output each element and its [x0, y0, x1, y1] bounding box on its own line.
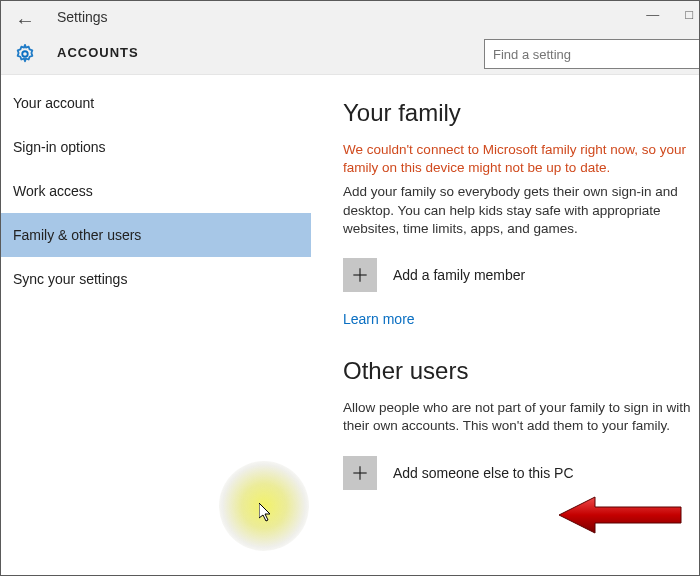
- sidebar-item-signin-options[interactable]: Sign-in options: [1, 125, 311, 169]
- sidebar-item-family-other-users[interactable]: Family & other users: [1, 213, 311, 257]
- family-description: Add your family so everybody gets their …: [343, 183, 699, 238]
- back-button[interactable]: ←: [15, 9, 35, 32]
- settings-window: ← Settings — □ ACCOUNTS Your account Sig…: [0, 0, 700, 576]
- window-controls: — □: [646, 7, 693, 22]
- page-category: ACCOUNTS: [57, 45, 139, 60]
- add-family-member-button[interactable]: Add a family member: [343, 258, 699, 292]
- plus-icon: [343, 456, 377, 490]
- sidebar-item-sync-settings[interactable]: Sync your settings: [1, 257, 311, 301]
- sidebar-item-work-access[interactable]: Work access: [1, 169, 311, 213]
- add-other-user-label: Add someone else to this PC: [393, 465, 574, 481]
- family-error-text: We couldn't connect to Microsoft family …: [343, 141, 699, 177]
- sidebar-item-your-account[interactable]: Your account: [1, 81, 311, 125]
- other-users-heading: Other users: [343, 357, 699, 385]
- sidebar: Your account Sign-in options Work access…: [1, 75, 311, 575]
- add-other-user-button[interactable]: Add someone else to this PC: [343, 456, 699, 490]
- minimize-button[interactable]: —: [646, 7, 659, 22]
- add-family-member-label: Add a family member: [393, 267, 525, 283]
- search-input[interactable]: [484, 39, 699, 69]
- main-pane: Your family We couldn't connect to Micro…: [311, 75, 699, 575]
- svg-point-0: [22, 51, 28, 57]
- maximize-button[interactable]: □: [685, 7, 693, 22]
- content-area: Your account Sign-in options Work access…: [1, 75, 699, 575]
- gear-icon: [14, 43, 36, 69]
- window-header: ← Settings — □ ACCOUNTS: [1, 1, 699, 75]
- window-title: Settings: [57, 9, 108, 25]
- plus-icon: [343, 258, 377, 292]
- other-users-description: Allow people who are not part of your fa…: [343, 399, 699, 435]
- family-heading: Your family: [343, 99, 699, 127]
- learn-more-link[interactable]: Learn more: [343, 311, 415, 327]
